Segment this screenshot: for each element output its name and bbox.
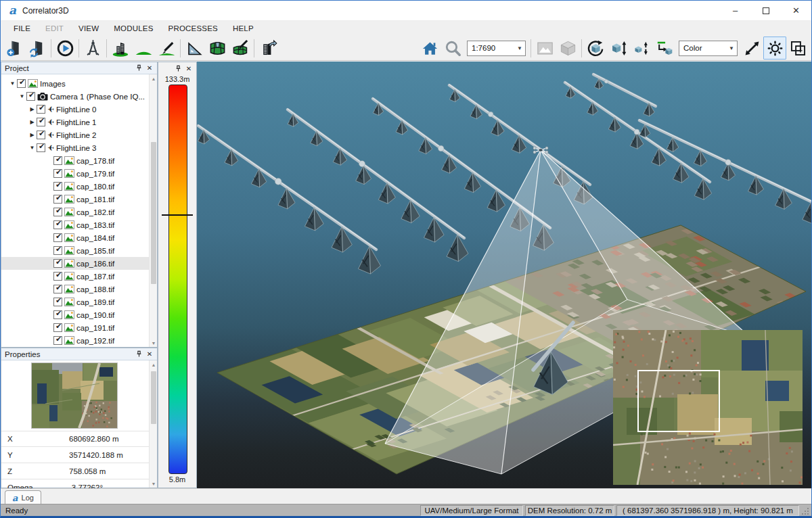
- tree-item-cap-179-tif[interactable]: ✔cap_179.tif: [1, 167, 149, 180]
- image-display-button[interactable]: [533, 37, 556, 60]
- expander-collapsed-icon[interactable]: ▶: [28, 132, 37, 138]
- checkbox[interactable]: ✔: [53, 220, 62, 229]
- compare-views-button[interactable]: [786, 37, 809, 60]
- tree-item-cap-186-tif[interactable]: ✔cap_186.tif: [1, 257, 149, 270]
- tree-item-cap-192-tif[interactable]: ✔cap_192.tif: [1, 334, 149, 347]
- tree-item-cap-182-tif[interactable]: ✔cap_182.tif: [1, 206, 149, 218]
- scroll-down-icon[interactable]: ▼: [150, 339, 158, 347]
- maximize-button[interactable]: [750, 1, 781, 20]
- scroll-thumb[interactable]: [151, 142, 156, 284]
- pin-icon[interactable]: [173, 63, 183, 74]
- expander-collapsed-icon[interactable]: ▶: [28, 106, 37, 112]
- run-process-button[interactable]: [53, 37, 76, 60]
- menu-help[interactable]: HELP: [225, 21, 261, 36]
- checkbox[interactable]: ✔: [53, 208, 62, 216]
- properties-scrollbar[interactable]: ▲ ▼: [149, 360, 157, 488]
- feature-export-button[interactable]: [256, 37, 279, 60]
- checkbox[interactable]: ✔: [53, 336, 62, 345]
- checkbox[interactable]: ✔: [53, 272, 62, 281]
- checkbox[interactable]: ✔: [53, 195, 62, 204]
- pin-icon[interactable]: [133, 349, 144, 360]
- expander-collapsed-icon[interactable]: ▶: [28, 119, 37, 125]
- tree-item-cap-181-tif[interactable]: ✔cap_181.tif: [1, 193, 149, 206]
- menu-processes[interactable]: PROCESSES: [161, 21, 225, 36]
- brightness-settings-button[interactable]: [763, 37, 786, 60]
- tree-item-cap-188-tif[interactable]: ✔cap_188.tif: [1, 283, 149, 296]
- scroll-thumb[interactable]: [151, 371, 156, 424]
- close-panel-icon[interactable]: ✕: [144, 63, 155, 74]
- chevron-down-icon[interactable]: ▼: [726, 41, 737, 55]
- tree-item-cap-190-tif[interactable]: ✔cap_190.tif: [1, 308, 149, 321]
- checkbox[interactable]: ✔: [26, 92, 35, 101]
- home-view-button[interactable]: [418, 37, 441, 60]
- scroll-up-icon[interactable]: ▲: [150, 360, 158, 369]
- orthorectification-button[interactable]: [183, 37, 206, 60]
- checkbox[interactable]: ✔: [53, 156, 62, 165]
- scroll-down-icon[interactable]: ▼: [150, 479, 158, 488]
- close-panel-icon[interactable]: ✕: [183, 63, 194, 74]
- vertical-scale-button[interactable]: [630, 37, 653, 60]
- aerial-triangulation-button[interactable]: [81, 37, 104, 60]
- mosaic-creation-button[interactable]: [206, 37, 229, 60]
- tree-item-camera-1-phase-one-iq[interactable]: ▼✔Camera 1 (Phase One IQ...: [1, 90, 149, 103]
- expander-expanded-icon[interactable]: ▼: [18, 93, 26, 99]
- scale-combo[interactable]: 1:7690▼: [467, 41, 526, 56]
- checkbox[interactable]: ✔: [53, 246, 62, 255]
- 3d-viewport[interactable]: [197, 62, 812, 488]
- mosaic-editing-button[interactable]: [229, 37, 252, 60]
- fit-view-button[interactable]: [740, 37, 763, 60]
- overview-inset-map[interactable]: [613, 330, 803, 485]
- elevation-exaggeration-button[interactable]: [607, 37, 630, 60]
- checkbox[interactable]: ✔: [53, 182, 62, 191]
- checkbox[interactable]: ✔: [37, 118, 45, 126]
- resize-grip[interactable]: [801, 506, 809, 515]
- zoom-tool-button[interactable]: [441, 37, 464, 60]
- checkbox[interactable]: ✔: [53, 259, 62, 268]
- scroll-up-icon[interactable]: ▲: [150, 74, 158, 83]
- checkbox[interactable]: ✔: [53, 323, 62, 332]
- tree-item-cap-185-tif[interactable]: ✔cap_185.tif: [1, 244, 149, 257]
- checkbox[interactable]: ✔: [53, 285, 62, 293]
- checkbox[interactable]: ✔: [53, 298, 62, 306]
- new-project-button[interactable]: [3, 37, 26, 60]
- pin-icon[interactable]: [133, 63, 144, 74]
- expander-expanded-icon[interactable]: ▼: [8, 80, 17, 87]
- orbit-view-button[interactable]: [584, 37, 607, 60]
- chevron-down-icon[interactable]: ▼: [514, 41, 525, 55]
- cube-display-button[interactable]: [556, 37, 579, 60]
- expander-expanded-icon[interactable]: ▼: [28, 145, 37, 151]
- checkbox[interactable]: ✔: [37, 131, 45, 139]
- dem-editing-button[interactable]: [155, 37, 178, 60]
- tree-item-flightline-2[interactable]: ▶✔✈FlightLine 2: [1, 128, 149, 141]
- tree-item-cap-178-tif[interactable]: ✔cap_178.tif: [1, 154, 149, 167]
- dsm-generation-button[interactable]: [109, 37, 132, 60]
- tree-item-cap-183-tif[interactable]: ✔cap_183.tif: [1, 218, 149, 231]
- tree-item-cap-184-tif[interactable]: ✔cap_184.tif: [1, 231, 149, 244]
- tree-item-cap-187-tif[interactable]: ✔cap_187.tif: [1, 270, 149, 283]
- close-panel-icon[interactable]: ✕: [144, 349, 155, 360]
- close-button[interactable]: ✕: [781, 1, 811, 20]
- project-tree-scrollbar[interactable]: ▲ ▼: [149, 74, 157, 347]
- menu-file[interactable]: FILE: [6, 21, 38, 36]
- tree-item-flightline-1[interactable]: ▶✔✈FlightLine 1: [1, 116, 149, 128]
- dtm-generation-button[interactable]: [132, 37, 155, 60]
- checkbox[interactable]: ✔: [53, 169, 62, 178]
- checkbox[interactable]: ✔: [53, 233, 62, 242]
- checkbox[interactable]: ✔: [37, 143, 45, 152]
- color-mode-combo[interactable]: Color▼: [679, 41, 738, 56]
- tree-item-cap-189-tif[interactable]: ✔cap_189.tif: [1, 296, 149, 308]
- checkbox[interactable]: ✔: [17, 79, 26, 88]
- tree-item-flightline-3[interactable]: ▼✔✈FlightLine 3: [1, 141, 149, 154]
- tree-item-flightline-0[interactable]: ▶✔✈FlightLine 0: [1, 103, 149, 116]
- open-project-button[interactable]: [26, 37, 49, 60]
- checkbox[interactable]: ✔: [53, 310, 62, 319]
- menu-modules[interactable]: MODULES: [106, 21, 160, 36]
- transform-view-button[interactable]: [653, 37, 676, 60]
- checkbox[interactable]: ✔: [37, 105, 45, 114]
- tab-log[interactable]: a Log: [5, 490, 41, 504]
- menu-view[interactable]: VIEW: [71, 21, 106, 36]
- tree-item-images[interactable]: ▼✔Images: [1, 77, 149, 90]
- tree-item-cap-180-tif[interactable]: ✔cap_180.tif: [1, 180, 149, 193]
- minimize-button[interactable]: –: [720, 1, 750, 20]
- tree-item-cap-191-tif[interactable]: ✔cap_191.tif: [1, 321, 149, 334]
